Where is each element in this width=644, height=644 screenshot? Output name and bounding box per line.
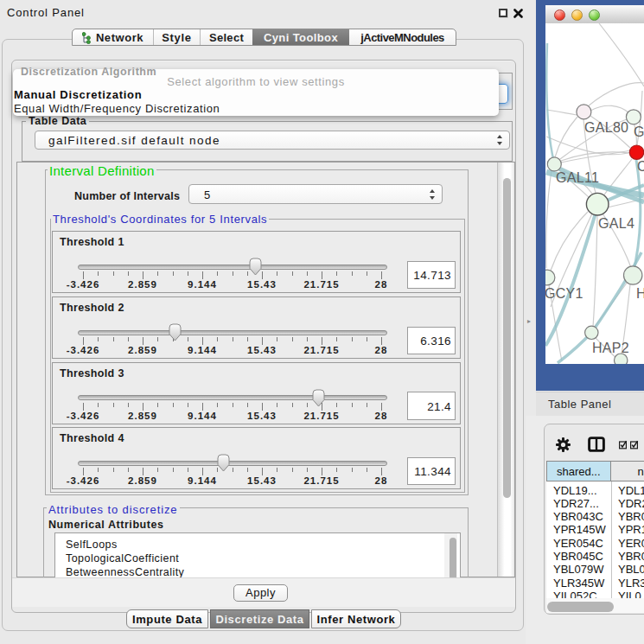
svg-text:GAL4: GAL4 xyxy=(598,216,634,231)
svg-text:HAP2: HAP2 xyxy=(592,341,629,355)
svg-text:GAL11: GAL11 xyxy=(556,170,599,185)
svg-text:GA: GA xyxy=(634,124,644,139)
svg-text:C: C xyxy=(637,159,644,174)
svg-text:GCY1: GCY1 xyxy=(545,286,583,301)
svg-text:H: H xyxy=(636,286,644,301)
svg-text:GAL80: GAL80 xyxy=(584,120,628,135)
